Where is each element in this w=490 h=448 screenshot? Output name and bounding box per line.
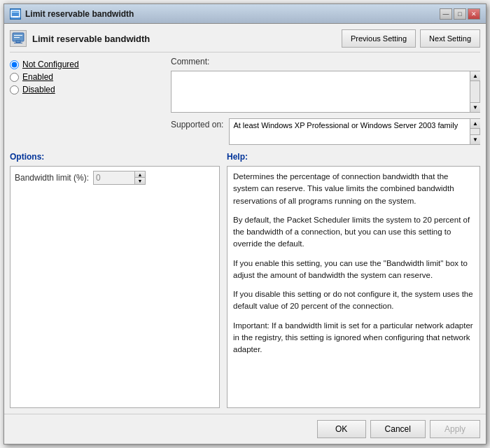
options-section-header: Options: [10, 152, 220, 162]
comment-section: ▲ ▼ [171, 71, 480, 113]
supported-scroll-down[interactable]: ▼ [470, 134, 480, 144]
help-paragraph-3: If you enable this setting, you can use … [233, 258, 474, 282]
supported-section: Supported on: At least Windows XP Profes… [171, 118, 480, 145]
help-section-header: Help: [227, 152, 480, 162]
bandwidth-spin-down[interactable]: ▼ [135, 178, 145, 184]
help-paragraph-1: Determines the percentage of connection … [233, 171, 474, 207]
next-setting-button[interactable]: Next Setting [420, 29, 480, 48]
supported-value-box: At least Windows XP Professional or Wind… [229, 118, 470, 145]
supported-scroll-track [470, 129, 479, 134]
supported-wrap: At least Windows XP Professional or Wind… [229, 118, 480, 145]
bandwidth-limit-label: Bandwidth limit (%): [15, 173, 89, 183]
disabled-option[interactable]: Disabled [10, 85, 164, 94]
bandwidth-spinner: ▲ ▼ [135, 171, 146, 185]
radio-group: Not Configured Enabled Disabled [10, 57, 164, 97]
cancel-button[interactable]: Cancel [370, 420, 426, 438]
apply-button[interactable]: Apply [430, 420, 480, 438]
svg-rect-6 [16, 41, 20, 43]
disabled-radio[interactable] [10, 85, 19, 94]
enabled-option[interactable]: Enabled [10, 72, 164, 82]
supported-on-label: Supported on: [171, 118, 223, 130]
header-section: Limit reservable bandwidth Previous Sett… [10, 29, 480, 52]
disabled-label: Disabled [22, 85, 55, 94]
svg-rect-7 [14, 43, 22, 43]
svg-rect-2 [11, 12, 20, 13]
dialog-body: Limit reservable bandwidth Previous Sett… [4, 24, 486, 414]
not-configured-radio[interactable] [10, 60, 19, 69]
config-row: Not Configured Enabled Disabled Comment: [10, 57, 480, 145]
supported-scroll-up[interactable]: ▲ [470, 119, 480, 129]
help-paragraph-4: If you disable this setting or do not co… [233, 288, 474, 313]
dialog-icon [10, 8, 21, 20]
close-button[interactable]: ✕ [468, 8, 480, 20]
supported-value: At least Windows XP Professional or Wind… [233, 121, 458, 130]
svg-rect-4 [14, 35, 22, 36]
main-dialog: Limit reservable bandwidth — □ ✕ [4, 4, 486, 444]
help-paragraph-5: Important: If a bandwidth limit is set f… [233, 320, 474, 356]
comment-scroll-up[interactable]: ▲ [470, 71, 480, 81]
svg-rect-1 [13, 16, 18, 18]
header-title: Limit reservable bandwidth [32, 34, 150, 44]
dialog-footer: OK Cancel Apply [4, 414, 486, 444]
maximize-button[interactable]: □ [454, 8, 466, 20]
title-bar-left: Limit reservable bandwidth [10, 8, 134, 20]
config-left: Not Configured Enabled Disabled [10, 57, 164, 145]
policy-icon [10, 30, 27, 47]
bandwidth-input-wrap: ▲ ▼ [93, 171, 146, 185]
title-bar: Limit reservable bandwidth — □ ✕ [4, 4, 486, 24]
title-bar-controls: — □ ✕ [440, 8, 480, 20]
header-left: Limit reservable bandwidth [10, 30, 150, 47]
comment-textarea[interactable] [171, 71, 470, 113]
help-paragraph-2: By default, the Packet Scheduler limits … [233, 214, 474, 251]
enabled-label: Enabled [22, 72, 53, 82]
svg-rect-0 [11, 10, 20, 17]
dialog-title: Limit reservable bandwidth [25, 9, 134, 19]
enabled-radio[interactable] [10, 73, 19, 82]
minimize-button[interactable]: — [440, 8, 452, 20]
help-panel: Determines the percentage of connection … [227, 166, 480, 408]
svg-rect-5 [14, 37, 20, 38]
not-configured-label: Not Configured [22, 59, 79, 69]
bandwidth-row: Bandwidth limit (%): ▲ ▼ [15, 171, 215, 185]
previous-setting-button[interactable]: Previous Setting [342, 29, 416, 48]
bandwidth-spin-up[interactable]: ▲ [135, 172, 145, 178]
header-buttons: Previous Setting Next Setting [342, 29, 480, 48]
options-panel: Bandwidth limit (%): ▲ ▼ [10, 166, 220, 408]
config-right: Comment: ▲ ▼ Supported on: At least Wind… [171, 57, 480, 145]
bandwidth-input[interactable] [93, 171, 135, 185]
bottom-section: Bandwidth limit (%): ▲ ▼ Determines the … [10, 166, 480, 408]
section-headers: Options: Help: [10, 152, 480, 162]
supported-scrollbar: ▲ ▼ [470, 118, 480, 145]
not-configured-option[interactable]: Not Configured [10, 59, 164, 69]
comment-scroll-down[interactable]: ▼ [470, 102, 480, 112]
comment-label: Comment: [171, 57, 480, 66]
comment-scroll-track [470, 81, 479, 102]
ok-button[interactable]: OK [317, 420, 366, 438]
comment-scrollbar: ▲ ▼ [470, 71, 480, 113]
